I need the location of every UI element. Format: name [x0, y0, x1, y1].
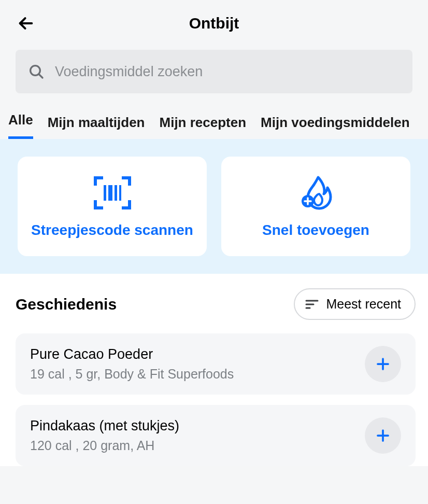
history-title: Geschiedenis	[16, 296, 117, 313]
svg-rect-5	[115, 185, 117, 201]
search-box[interactable]	[16, 50, 412, 93]
arrow-left-icon	[17, 15, 35, 32]
search-container	[0, 43, 428, 106]
back-button[interactable]	[16, 13, 36, 34]
tab-mijn-recepten[interactable]: Mijn recepten	[160, 108, 247, 139]
food-info: Pure Cacao Poeder 19 cal , 5 gr, Body & …	[30, 346, 365, 382]
list-item[interactable]: Pindakaas (met stukjes) 120 cal , 20 gra…	[16, 405, 416, 466]
history-header: Geschiedenis Meest recent	[16, 288, 416, 320]
flame-plus-icon	[296, 174, 336, 212]
svg-rect-4	[108, 185, 112, 201]
svg-rect-6	[119, 185, 121, 201]
history-section: Geschiedenis Meest recent Pure Cacao Poe…	[0, 274, 428, 466]
header: Ontbijt	[0, 0, 428, 43]
plus-icon	[375, 428, 391, 443]
food-name: Pindakaas (met stukjes)	[30, 418, 365, 434]
tabs: Alle Mijn maaltijden Mijn recepten Mijn …	[0, 106, 428, 139]
page-title: Ontbijt	[16, 15, 412, 32]
food-details: 120 cal , 20 gram, AH	[30, 438, 365, 453]
quick-add-button[interactable]: Snel toevoegen	[221, 157, 410, 256]
food-details: 19 cal , 5 gr, Body & Fit Superfoods	[30, 367, 365, 382]
action-panel: Streepjescode scannen Snel toevoegen	[0, 139, 428, 274]
add-food-button[interactable]	[365, 346, 401, 382]
scan-barcode-button[interactable]: Streepjescode scannen	[18, 157, 207, 256]
search-icon	[28, 63, 45, 80]
sort-button[interactable]: Meest recent	[294, 288, 416, 320]
food-name: Pure Cacao Poeder	[30, 346, 365, 362]
tab-mijn-voedingsmiddelen[interactable]: Mijn voedingsmiddelen	[261, 108, 409, 139]
sort-label: Meest recent	[326, 297, 401, 312]
action-label: Streepjescode scannen	[31, 221, 193, 240]
add-food-button[interactable]	[365, 417, 401, 454]
action-label: Snel toevoegen	[262, 221, 369, 240]
search-input[interactable]	[55, 64, 400, 80]
food-info: Pindakaas (met stukjes) 120 cal , 20 gra…	[30, 418, 365, 453]
barcode-icon	[92, 174, 133, 212]
svg-line-2	[39, 74, 42, 78]
tab-mijn-maaltijden[interactable]: Mijn maaltijden	[48, 108, 145, 139]
plus-icon	[375, 356, 391, 372]
sort-icon	[305, 299, 319, 310]
svg-rect-3	[104, 185, 106, 201]
tab-alle[interactable]: Alle	[8, 106, 33, 139]
list-item[interactable]: Pure Cacao Poeder 19 cal , 5 gr, Body & …	[16, 333, 416, 395]
